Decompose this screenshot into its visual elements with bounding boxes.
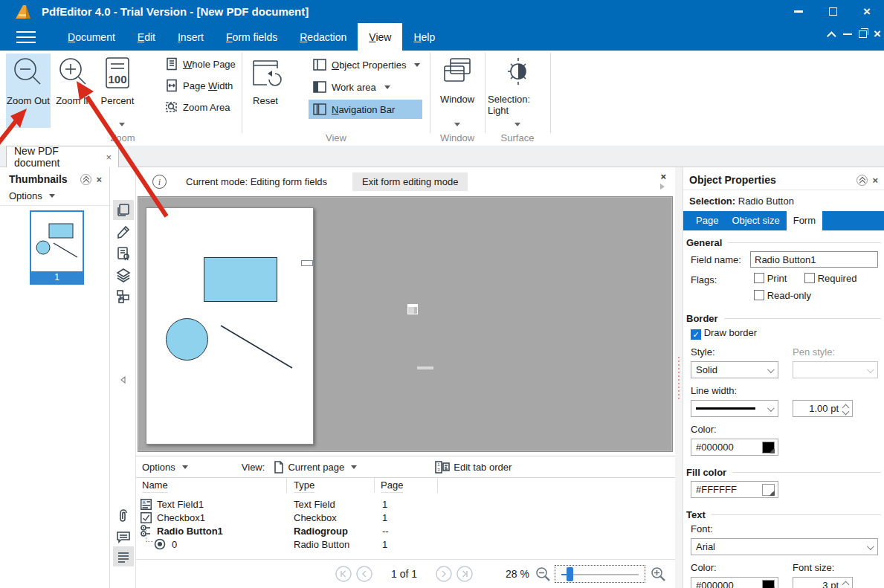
reset-button[interactable]: Reset xyxy=(245,54,285,128)
doc-close-icon[interactable]: × xyxy=(874,29,881,39)
object-properties-dropdown-icon[interactable] xyxy=(414,63,420,70)
menu-document[interactable]: Document xyxy=(57,23,126,51)
thumbnails-options-dropdown-icon xyxy=(49,194,55,201)
exit-form-editing-button[interactable]: Exit form editing mode xyxy=(352,172,468,191)
page-canvas[interactable] xyxy=(138,196,673,452)
whole-page-button[interactable]: Whole Page xyxy=(161,55,240,73)
first-page-icon[interactable] xyxy=(335,566,352,582)
text-field-widget-marker[interactable] xyxy=(301,260,313,266)
work-area-dropdown-icon[interactable] xyxy=(384,85,390,92)
print-checkbox[interactable] xyxy=(754,273,764,283)
last-page-icon[interactable] xyxy=(456,566,473,582)
line-width-select[interactable] xyxy=(691,400,778,417)
page-thumbnail[interactable]: 1 xyxy=(30,210,84,285)
close-button[interactable]: × xyxy=(850,0,884,23)
table-row[interactable]: A Text Field1 Text Field 1 xyxy=(141,497,661,511)
line-width-spinner[interactable]: 1.00 pt xyxy=(793,400,853,417)
menu-insert[interactable]: Insert xyxy=(167,23,215,51)
document-tab[interactable]: New PDF document × xyxy=(6,146,119,167)
thumbnails-close-icon[interactable]: × xyxy=(96,174,102,185)
next-page-icon[interactable] xyxy=(436,566,452,582)
zoom-group-launcher[interactable] xyxy=(119,123,125,129)
menu-edit[interactable]: Edit xyxy=(126,23,167,51)
font-select[interactable]: Arial xyxy=(691,538,878,555)
object-properties-toggle[interactable]: Object Properties xyxy=(309,55,425,74)
thumbnails-collapse-icon[interactable] xyxy=(80,174,91,185)
info-bar-expand-icon[interactable] xyxy=(660,184,668,190)
required-checkbox[interactable] xyxy=(804,273,815,283)
window-button[interactable]: Window xyxy=(435,54,480,128)
table-row[interactable]: Checkbox1 Checkbox 1 xyxy=(141,511,661,524)
doc-minimize-icon[interactable] xyxy=(843,33,852,36)
layers-panel-icon[interactable] xyxy=(113,265,134,285)
draw-border-checkbox[interactable]: ✓ xyxy=(691,329,701,340)
border-color-picker[interactable]: #000000 xyxy=(691,439,778,456)
menu-form-fields[interactable]: Form fields xyxy=(215,23,288,51)
field-name-label: Field name: xyxy=(691,254,741,265)
table-row[interactable]: 0 Radio Button 1 xyxy=(154,537,659,551)
zoom-out-status-icon[interactable] xyxy=(535,566,551,582)
tab-object-size[interactable]: Object size xyxy=(725,211,786,230)
tab-page[interactable]: Page xyxy=(689,211,725,230)
zoom-in-status-icon[interactable] xyxy=(651,566,666,582)
surface-group-launcher[interactable] xyxy=(514,123,520,129)
maximize-button[interactable] xyxy=(816,0,850,23)
readonly-checkbox[interactable] xyxy=(754,290,764,300)
hamburger-menu-icon[interactable] xyxy=(16,31,36,43)
structure-panel-icon[interactable] xyxy=(113,286,134,306)
work-area-toggle[interactable]: Work area xyxy=(309,77,395,97)
menu-help[interactable]: Help xyxy=(402,23,446,51)
font-size-spinner[interactable]: 3 pt xyxy=(793,577,853,588)
window-group-launcher[interactable] xyxy=(454,123,460,129)
pen-style-select[interactable] xyxy=(793,361,878,378)
previous-page-icon[interactable] xyxy=(356,566,372,582)
line-shape[interactable] xyxy=(146,208,314,445)
doc-restore-icon[interactable] xyxy=(859,30,867,38)
signatures-panel-icon[interactable] xyxy=(113,243,134,263)
fill-color-picker[interactable]: #FFFFFF xyxy=(691,481,778,498)
fields-options-dropdown-icon xyxy=(182,465,188,472)
collapse-ribbon-icon[interactable] xyxy=(827,31,836,41)
thumbnails-options-button[interactable]: Options xyxy=(0,188,109,206)
table-row[interactable]: Radio Button1 Radiogroup -- xyxy=(141,524,661,537)
properties-collapse-icon[interactable] xyxy=(856,175,868,186)
properties-close-icon[interactable]: × xyxy=(872,175,878,186)
edit-tab-order-button[interactable]: 1 3 Edit tab order xyxy=(435,461,512,474)
attachments-icon[interactable] xyxy=(113,506,134,526)
minimize-button[interactable] xyxy=(781,0,816,23)
menu-view[interactable]: View xyxy=(358,23,402,51)
border-style-select[interactable]: Solid xyxy=(691,361,778,378)
info-bar-close-icon[interactable]: × xyxy=(660,171,666,182)
svg-text:3: 3 xyxy=(438,468,441,472)
comments-icon[interactable] xyxy=(113,526,134,546)
page-width-button[interactable]: Page Width xyxy=(161,77,237,94)
navigation-bar-toggle[interactable]: Navigation Bar xyxy=(309,100,422,119)
zoom-area-button[interactable]: Zoom Area xyxy=(161,98,235,116)
document-tab-close-icon[interactable]: × xyxy=(106,152,112,163)
column-header-type[interactable]: Type xyxy=(294,478,314,493)
text-color-picker[interactable]: #000000 xyxy=(691,577,778,588)
bookmarks-panel-icon[interactable] xyxy=(113,222,134,242)
fields-options-button[interactable]: Options xyxy=(142,462,188,473)
pages-panel-icon[interactable] xyxy=(113,200,134,220)
line-width-label: Line width: xyxy=(691,385,737,396)
collapse-panel-arrow-icon[interactable] xyxy=(113,369,134,390)
view-scope-dropdown[interactable]: Current page xyxy=(274,461,357,474)
percent-button[interactable]: 100 Percent xyxy=(95,54,140,128)
zoom-in-button[interactable]: Zoom In xyxy=(54,54,94,128)
tab-form[interactable]: Form xyxy=(787,211,822,230)
radio-widget-marker[interactable] xyxy=(407,304,418,314)
selection-light-button[interactable]: Selection: Light xyxy=(488,54,549,128)
zoom-slider-thumb[interactable] xyxy=(567,567,573,581)
menu-redaction[interactable]: Redaction xyxy=(288,23,358,51)
column-header-page[interactable]: Page xyxy=(381,478,403,493)
panel-splitter[interactable] xyxy=(675,167,683,588)
pdf-page[interactable] xyxy=(146,207,314,445)
zoom-out-button[interactable]: Zoom Out xyxy=(6,54,51,128)
column-header-name[interactable]: Name xyxy=(142,478,168,493)
pdfeditor-window: PdfEditor 4.0 - Trial Version - [New PDF… xyxy=(0,0,884,588)
window-icon xyxy=(438,54,477,91)
fields-list-icon[interactable] xyxy=(113,546,134,566)
zoom-slider[interactable] xyxy=(555,565,645,583)
field-name-input[interactable]: Radio Button1 xyxy=(750,251,878,268)
